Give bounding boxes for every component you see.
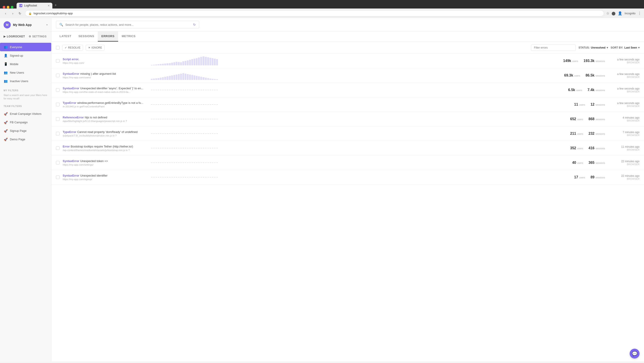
error-meta: a few seconds ago BROWSER [608,102,640,108]
sidebar-item-label: Email Campaign Visitors [10,112,42,116]
browser-chrome: LR LogRocket ✕ + [0,0,644,8]
chart-bar-dashed [184,134,186,134]
status-control[interactable]: STATUS: Unresolved ▾ [578,46,608,49]
chart-bar [174,62,175,65]
sessions-label: sessions [596,162,605,164]
tab-errors[interactable]: ERRORS [98,31,118,42]
chart-bar-dashed [151,177,152,178]
error-checkbox-8[interactable] [56,161,60,164]
chart-bar-dashed [176,148,178,148]
error-source: BROWSER [608,119,640,122]
profile-icon[interactable]: 👤 [618,11,622,16]
error-checkbox-2[interactable] [56,74,60,77]
error-meta: 22 minutes ago BROWSER [608,174,640,180]
tab-latest[interactable]: LATEST [56,31,75,42]
chart-bar [158,64,159,65]
error-checkbox-5[interactable] [56,117,60,121]
active-tab[interactable]: LR LogRocket ✕ [16,3,52,8]
app-name: My Web App [13,23,32,27]
sidebar-item-mobile[interactable]: 📱 Mobile [0,60,51,68]
error-meta: 22 minutes ago BROWSER [608,160,640,166]
error-chart [151,173,218,182]
error-chart [151,71,218,80]
maximize-window-button[interactable] [11,6,14,8]
chart-bar-dashed [155,148,157,148]
error-row: Error Bootstrap tooltips require Tether … [52,141,644,156]
chart-bar-dashed [162,162,164,163]
error-checkbox-1[interactable] [56,59,60,63]
refresh-icon[interactable]: ↻ [193,23,196,26]
chart-bar-dashed [194,162,195,163]
error-stats: 11 users 12 sessions [574,102,605,106]
chart-bar-dashed [214,134,216,134]
tab-metrics[interactable]: METRICS [118,31,139,42]
error-stats: 211 users 232 sessions [570,132,605,136]
chart-bar-dashed [202,162,204,163]
sidebar-item-new-users[interactable]: 👥 New Users [0,68,51,77]
search-input[interactable] [65,23,191,26]
error-chart [151,144,218,153]
error-chart [151,100,218,109]
sidebar-item-signed-up[interactable]: 👤 Signed-up [0,51,51,60]
chat-button[interactable]: 💬 [630,349,640,358]
user-count: 352 [570,146,576,150]
session-stat: 7.4k sessions [588,88,605,92]
chart-bar-dashed [155,177,157,178]
error-checkbox-7[interactable] [56,146,60,150]
chart-bar [212,58,214,65]
chart-bar-dashed [153,162,155,163]
ignore-button[interactable]: ✕ IGNORE [86,45,104,50]
sidebar-nav-settings[interactable]: ⚙ SETTINGS [29,34,47,39]
star-icon[interactable]: ☆ [606,11,609,16]
chart-bar-dashed [180,90,182,90]
address-bar[interactable]: 🔒 logrocket.com/apphub/my-app [25,10,604,16]
new-tab-button[interactable]: + [53,2,60,8]
resolve-button[interactable]: ✓ RESOLVE [62,45,83,50]
chart-bar-dashed [171,104,173,105]
chart-bar-dashed [214,90,216,90]
error-checkbox-3[interactable] [56,88,60,92]
tab-close-button[interactable]: ✕ [48,4,50,7]
extensions-icon[interactable]: ⬤ [612,11,616,16]
chart-bar-dashed [212,162,214,163]
error-location: https://my-app.com/signup/ [63,178,148,180]
chart-bar [187,74,189,80]
users-label: users [572,60,578,62]
user-count: 69.3k [564,74,573,77]
team-filters-section: 🚀 Email Campaign Visitors 🚀 FB Campaign … [0,108,51,145]
sidebar-item-email-campaign[interactable]: 🚀 Email Campaign Visitors [0,110,51,118]
chart-bar-dashed [214,119,216,119]
minimize-window-button[interactable] [7,6,10,8]
sessions-label: sessions [596,147,605,150]
users-label: users [577,132,583,135]
app-header[interactable]: M My Web App ▾ [0,18,51,32]
sidebar-item-everyone[interactable]: 👥 Everyone [0,43,51,51]
select-all-checkbox[interactable] [56,46,60,50]
chart-bar-dashed [158,104,159,105]
sidebar-item-inactive-users[interactable]: 👥 Inactive Users [0,77,51,85]
reload-button[interactable]: ↻ [17,10,23,16]
sidebar-item-demo-page[interactable]: 🚀 Demo Page [0,135,51,144]
filter-errors-input[interactable] [531,44,576,51]
close-window-button[interactable] [3,6,5,8]
error-checkbox-4[interactable] [56,103,60,106]
forward-button[interactable]: › [10,10,16,16]
menu-icon[interactable]: ⋮ [638,11,641,16]
error-checkbox-9[interactable] [56,176,60,179]
chart-bar [169,63,171,65]
session-count: 86.5k [586,74,594,77]
sidebar-nav-logrocket[interactable]: ▶ LOGROCKET [4,34,25,39]
signed-up-icon: 👤 [4,54,8,58]
error-checkbox-6[interactable] [56,132,60,136]
error-row: Script error. https://my-app.com/ 149k u… [52,54,644,68]
chart-bar-dashed [178,119,180,119]
sort-control[interactable]: SORT BY: Last Seen ▾ [611,46,640,49]
back-button[interactable]: ‹ [3,10,8,16]
error-title: SyntaxError missing ) after argument lis… [63,72,148,76]
chart-bar-dashed [187,162,189,163]
search-bar[interactable]: 🔍 ↻ [56,21,199,28]
tab-sessions[interactable]: SESSIONS [75,31,98,42]
sidebar-item-signup-page[interactable]: 🚀 Signup Page [0,127,51,135]
sidebar-item-fb-campaign[interactable]: 🚀 FB Campaign [0,118,51,127]
chart-bar-dashed [189,90,191,90]
